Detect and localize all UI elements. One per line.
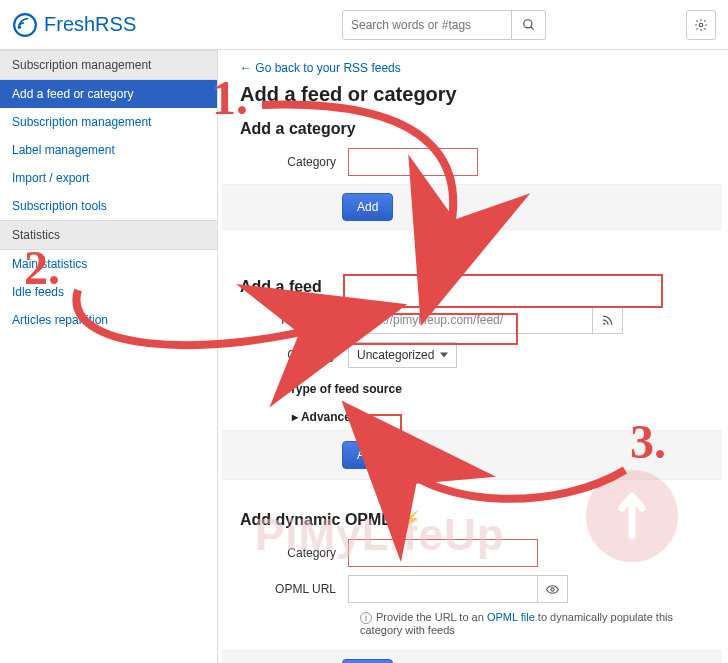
input-opml-url[interactable] [348,575,538,603]
opml-url-aux-button[interactable] [538,575,568,603]
svg-point-1 [18,25,21,28]
svg-point-6 [551,587,554,590]
page-title: Add a feed or category [240,83,710,106]
svg-line-3 [530,26,533,29]
add-category-button[interactable]: Add [342,193,393,221]
section-add-opml: Add dynamic OPML ⚡ [240,510,710,529]
label-opml-url: OPML URL [240,582,348,596]
settings-button[interactable] [686,10,716,40]
back-link[interactable]: ← Go back to your RSS feeds [240,61,401,75]
search-button[interactable] [512,10,546,40]
sidebar-heading-statistics: Statistics [0,220,217,250]
rss-fetch-icon [601,314,614,327]
sidebar-item-subscription-tools[interactable]: Subscription tools [0,192,217,220]
sidebar-item-subscription-management[interactable]: Subscription management [0,108,217,136]
sidebar-item-articles-repartition[interactable]: Articles repartition [0,306,217,334]
sidebar-item-add-feed[interactable]: Add a feed or category [0,80,217,108]
label-category: Category [240,155,348,169]
brand-logo[interactable]: FreshRSS [12,12,136,38]
toggle-feed-source-type[interactable]: Type of feed source [280,382,710,396]
lightning-icon: ⚡ [399,511,419,528]
main-content: ← Go back to your RSS feeds Add a feed o… [218,50,728,663]
sidebar-item-import-export[interactable]: Import / export [0,164,217,192]
label-feed-url: Feed URL [240,313,348,327]
rss-logo-icon [12,12,38,38]
sidebar-item-main-statistics[interactable]: Main statistics [0,250,217,278]
input-opml-category[interactable] [348,539,538,567]
label-opml-category: Category [240,546,348,560]
input-feed-url[interactable] [348,306,593,334]
search-input[interactable] [342,10,512,40]
eye-icon [546,583,559,596]
input-category-name[interactable] [348,148,478,176]
select-feed-category[interactable]: Uncategorized [348,342,457,368]
label-feed-category: Category [240,348,348,362]
svg-point-5 [603,322,605,324]
toggle-advanced[interactable]: Advanced [292,410,710,424]
search-icon [522,18,536,32]
opml-file-link[interactable]: OPML file [487,611,535,623]
opml-hint: iProvide the URL to an OPML file to dyna… [240,611,690,636]
add-opml-button[interactable]: Add [342,659,393,663]
sidebar-heading-subscription: Subscription management [0,50,217,80]
feed-url-aux-button[interactable] [593,306,623,334]
svg-point-2 [523,19,531,27]
info-icon: i [360,612,372,624]
section-add-feed: Add a feed [240,278,710,296]
brand-name: FreshRSS [44,13,136,36]
sidebar: Subscription management Add a feed or ca… [0,50,218,663]
sidebar-item-idle-feeds[interactable]: Idle feeds [0,278,217,306]
add-feed-button[interactable]: Add [342,441,393,469]
section-add-opml-label: Add dynamic OPML [240,511,391,528]
sidebar-item-label-management[interactable]: Label management [0,136,217,164]
gear-icon [694,18,708,32]
svg-point-4 [699,23,703,27]
svg-point-0 [14,14,36,36]
select-feed-category-value: Uncategorized [357,348,434,362]
section-add-category: Add a category [240,120,710,138]
